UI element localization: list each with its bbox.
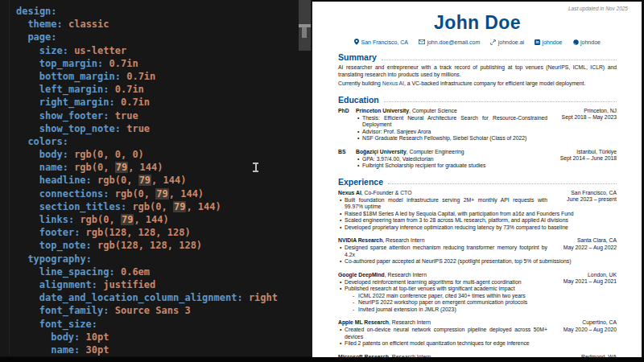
section-title: Education (338, 95, 379, 105)
bullet-item: Raised $18M Series A led by Sequoia Capi… (338, 211, 617, 218)
bottom-edge-bar (0, 357, 644, 362)
bullet-item: Developed reinforcement learning algorit… (338, 279, 547, 286)
highlighted-match: 79 (155, 188, 168, 200)
code-line[interactable]: bottom_margin: 0.7in (0, 70, 298, 83)
bullet-item: GPA: 3.97/4.00, Valedictorian (356, 156, 547, 163)
code-line[interactable]: font_family: Source Sans 3 (0, 304, 298, 317)
yaml-key: line_spacing: (39, 266, 115, 278)
svg-text:in: in (536, 40, 539, 44)
yaml-value: rgb(0, (68, 162, 115, 173)
yaml-value: 0.7in (103, 58, 138, 69)
website-icon (490, 39, 496, 45)
yaml-value: 0.7in (109, 84, 144, 95)
code-line[interactable]: design: (0, 5, 298, 18)
study-area: , Computer Engineering (407, 149, 464, 154)
company-name: Google DeepMind (338, 272, 385, 278)
email-icon (419, 39, 425, 44)
yaml-value: 30pt (80, 344, 109, 356)
bullet-item: Advisor: Prof. Sanjeev Arora (356, 129, 617, 136)
scrollbar-grip-stem[interactable] (302, 27, 307, 38)
role-title: , Co-Founder & CTO (361, 190, 412, 195)
code-line[interactable]: show_top_note: true (0, 122, 298, 135)
code-line[interactable]: section_titles: rgb(0, 79, 144) (0, 200, 298, 213)
yaml-value: , 144) (186, 201, 221, 212)
code-line[interactable]: right_margin: 0.7in (0, 96, 298, 109)
code-line[interactable]: size: us-letter (0, 44, 298, 57)
nexus-ai-link[interactable]: Nexus AI (382, 80, 404, 86)
location: Santa Clara, CA (564, 237, 617, 245)
code-editor-panel[interactable]: design:theme: classicpage:size: us-lette… (0, 0, 312, 356)
yaml-value: rgb(128, 128, 128) (92, 240, 202, 251)
code-line[interactable]: links: rgb(0, 79, 144) (0, 213, 298, 226)
yaml-key: top_margin: (39, 58, 103, 69)
role-title: , Research Intern (389, 319, 431, 325)
bullet-item: Co-authored paper accepted at NeurIPS 20… (338, 258, 617, 265)
code-line[interactable]: page: (0, 31, 298, 43)
code-line[interactable]: left_margin: 0.7in (0, 83, 298, 96)
study-area: , Computer Science (409, 108, 457, 113)
resume-name: John Doe (338, 12, 617, 34)
location: Princeton, NJ (562, 108, 617, 115)
code-line[interactable]: line_spacing: 0.6em (0, 265, 298, 278)
yaml-key: headline: (39, 175, 92, 186)
location-dates: Santa Clara, CAMay 2022 – Aug 2022 (564, 237, 617, 251)
yaml-value: true (109, 110, 138, 121)
yaml-value: rgb(128, 128, 128) (80, 227, 190, 238)
education-entry: Istanbul, TürkiyeSept 2014 – June 2018BS… (338, 149, 617, 170)
code-line[interactable]: footer: rgb(128, 128, 128) (0, 226, 298, 239)
summary-paragraph: AI researcher and entrepreneur with a tr… (338, 64, 617, 78)
yaml-key: font_size: (39, 319, 97, 330)
location-icon (354, 39, 359, 45)
yaml-key: show_top_note: (39, 123, 121, 134)
yaml-key: typography: (27, 253, 91, 265)
yaml-value: , 144) (151, 175, 186, 186)
code-line[interactable]: alignment: justified (0, 278, 298, 291)
yaml-value: rgb(0, (92, 175, 138, 186)
contact-item[interactable]: injohndoe (535, 39, 562, 45)
bullet-item: Filed 2 patents on efficient model quant… (338, 340, 617, 348)
contact-text: johndoe.ai (498, 39, 524, 45)
yaml-value: true (121, 123, 150, 134)
code-line[interactable]: theme: classic (0, 18, 298, 31)
yaml-key: font_family: (39, 305, 109, 316)
yaml-key: links: (39, 214, 74, 225)
code-line[interactable]: top_note: rgb(128, 128, 128) (0, 239, 298, 252)
contact-item[interactable]: john.doe@email.com (419, 39, 480, 45)
contact-text: San Francisco, CA (361, 39, 408, 45)
summary-text: Currently building (338, 80, 382, 86)
location: Cupertino, CA (564, 319, 617, 327)
yaml-key: left_margin: (39, 84, 109, 95)
degree-label: BS (338, 149, 356, 170)
code-line[interactable]: body: rgb(0, 0, 0) (0, 148, 298, 161)
yaml-value: , 144) (134, 214, 168, 225)
code-line[interactable]: body: 10pt (0, 331, 298, 343)
bullet-item: NSF Graduate Research Fellowship, Siebel… (356, 135, 617, 142)
yaml-key: footer: (39, 227, 80, 238)
highlighted-match: 79 (121, 214, 134, 225)
yaml-value: us-letter (68, 45, 126, 56)
code-line[interactable]: headline: rgb(0, 79, 144) (0, 174, 298, 187)
code-line[interactable]: font_size: (0, 318, 298, 331)
contact-item[interactable]: San Francisco, CA (354, 39, 408, 45)
code-line[interactable]: date_and_location_column_alignment: righ… (0, 291, 298, 304)
code-lines[interactable]: design:theme: classicpage:size: us-lette… (0, 5, 298, 356)
code-line[interactable]: connections: rgb(0, 79, 144) (0, 187, 298, 200)
yaml-value: 10pt (80, 331, 109, 343)
summary-paragraph: Currently building Nexus AI, a VC-backed… (338, 80, 617, 88)
last-updated-note: Last updated in Nov 2025 (338, 6, 628, 11)
editor-scrollbar[interactable] (299, 0, 311, 51)
section-rule (388, 183, 617, 184)
bullet-item: Created on-device neural network compres… (338, 327, 547, 340)
yaml-value: classic (63, 19, 109, 30)
contact-item[interactable]: johndoe (573, 39, 601, 45)
yaml-key: bottom_margin: (39, 71, 121, 82)
location: London, UK (564, 272, 617, 279)
experience-section: Experience San Francisco, CAJune 2023 – … (338, 177, 617, 362)
code-line[interactable]: typography: (0, 253, 298, 265)
code-line[interactable]: colors: (0, 135, 298, 148)
code-line[interactable]: top_margin: 0.7in (0, 57, 298, 70)
contact-item[interactable]: johndoe.ai (490, 39, 524, 45)
code-line[interactable]: name: 30pt (0, 343, 298, 356)
highlighted-match: 79 (115, 162, 128, 173)
code-line[interactable]: show_footer: true (0, 109, 298, 122)
